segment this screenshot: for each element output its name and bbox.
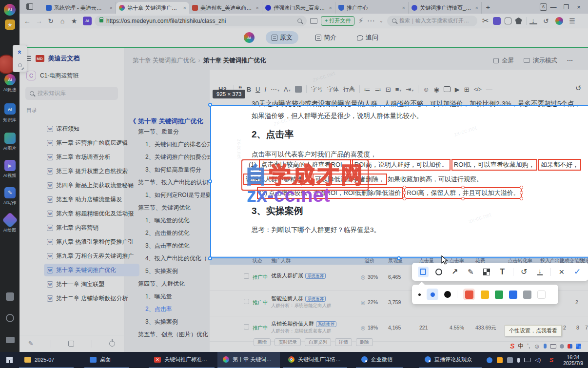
swatch: [465, 291, 473, 299]
taskbar-item-chrome[interactable]: 关键词推广详情页...: [283, 352, 347, 368]
rect-tool-active[interactable]: [418, 267, 429, 277]
selection-handle[interactable]: [208, 256, 212, 260]
chrome-icon: [288, 356, 294, 363]
skin-icon[interactable]: [568, 344, 572, 349]
mosaic-icon: [483, 269, 490, 275]
clock-date: 2025/7/9: [563, 360, 583, 366]
voice-mic-icon[interactable]: [544, 344, 547, 349]
tray-mic-icon[interactable]: [517, 358, 520, 363]
ime-tooltip[interactable]: 个性设置，点我看看: [505, 325, 562, 336]
start-button[interactable]: [0, 352, 19, 368]
ime-menu-grid-icon[interactable]: [576, 344, 581, 349]
wecom-icon: [425, 356, 431, 363]
taskbar-item-live-comments[interactable]: 直播评论及观众: [419, 352, 482, 368]
confirm-capture-button[interactable]: ✓: [572, 267, 583, 277]
selection-handle[interactable]: [208, 103, 212, 107]
ellipse-tool[interactable]: [434, 267, 445, 277]
taskbar-item-folder[interactable]: 2025-07: [19, 352, 74, 368]
dot-icon: [431, 292, 435, 297]
download-icon: ↓: [537, 268, 543, 275]
capture-selection-rect[interactable]: [210, 105, 588, 258]
taskbar-item-active-doc[interactable]: 第十章 关键词推广...: [217, 352, 280, 368]
taskbar-label: 桌面: [100, 356, 111, 363]
text-tool[interactable]: T: [497, 267, 508, 277]
color-red-active[interactable]: [463, 289, 475, 300]
sogou-logo-icon[interactable]: S: [510, 342, 514, 350]
taskbar-label: 关键词推广标准计...: [164, 356, 209, 363]
selection-handle[interactable]: [208, 179, 212, 183]
account-icon[interactable]: [560, 344, 564, 349]
capture-mask-top: [0, 0, 588, 105]
mosaic-tool[interactable]: [481, 267, 492, 277]
taskbar-label: 直播评论及观众: [434, 356, 472, 363]
arrow-tool[interactable]: ↗: [450, 267, 460, 277]
undo-tool[interactable]: ↺: [519, 267, 529, 277]
cancel-capture-button[interactable]: ×: [556, 267, 567, 277]
capture-mask-left: [0, 105, 210, 258]
annotation-toolbar: ↗ ✎ T ↺ ↓ × ✓: [412, 263, 588, 281]
tray-wecom-icon[interactable]: [487, 357, 492, 363]
pen-tool[interactable]: ✎: [466, 267, 476, 277]
annotation-palette: [412, 285, 558, 304]
selection-handle[interactable]: [397, 103, 401, 107]
taskbar-clock[interactable]: 16:34 2025/7/9: [558, 352, 588, 368]
color-green[interactable]: [495, 291, 503, 299]
tray-shield-icon[interactable]: [507, 357, 513, 363]
taskbar: 2025-07 桌面 ✕关键词推广标准计... 第十章 关键词推广... 关键词…: [0, 352, 588, 368]
punctuation-icon[interactable]: ’,: [527, 343, 530, 349]
tray-orange-app-icon[interactable]: [497, 357, 503, 363]
taskbar-item-desktop[interactable]: 桌面: [84, 352, 129, 368]
taskbar-label: 企业微信: [371, 356, 392, 363]
capture-size-badge: 925 × 373: [213, 90, 245, 98]
taskbar-item-xmind[interactable]: ✕关键词推广标准计...: [149, 352, 215, 368]
taskbar-label: 关键词推广详情页...: [298, 356, 342, 363]
wecom-icon: [361, 356, 368, 363]
folder-icon: [24, 357, 31, 363]
keyboard-icon[interactable]: [550, 344, 556, 349]
color-blue[interactable]: [509, 291, 517, 299]
color-yellow[interactable]: [481, 291, 489, 299]
tray-monitor-icon[interactable]: [524, 358, 530, 362]
stroke-size-large[interactable]: [444, 291, 451, 298]
taskbar-item-wecom[interactable]: 企业微信: [356, 352, 403, 368]
taskbar-label: 第十章 关键词推广...: [233, 356, 274, 363]
tray-volume-icon[interactable]: ◁): [535, 357, 541, 363]
ai-app-icon: [223, 356, 229, 363]
stroke-size-small[interactable]: [418, 293, 421, 296]
mouse-cursor: [441, 255, 449, 265]
rect-icon: [420, 269, 426, 275]
tray-sogou-icon[interactable]: S: [549, 357, 553, 364]
desktop-icon: [90, 357, 97, 363]
color-gray[interactable]: [523, 291, 531, 299]
selection-handle[interactable]: [397, 256, 401, 260]
clock-time: 16:34: [563, 354, 583, 360]
emoji-picker-icon[interactable]: ☺: [533, 343, 540, 350]
windows-logo-icon: [6, 357, 13, 363]
ellipse-icon: [435, 269, 442, 275]
x-app-icon: ✕: [154, 357, 161, 363]
stroke-size-medium-active[interactable]: [427, 289, 438, 300]
taskbar-label: 2025-07: [35, 357, 54, 363]
ime-bar: S 中 ’, ☺: [510, 341, 581, 351]
color-white[interactable]: [537, 291, 546, 299]
ime-mode-icon[interactable]: 中: [518, 342, 524, 350]
download-tool[interactable]: ↓: [534, 267, 545, 277]
